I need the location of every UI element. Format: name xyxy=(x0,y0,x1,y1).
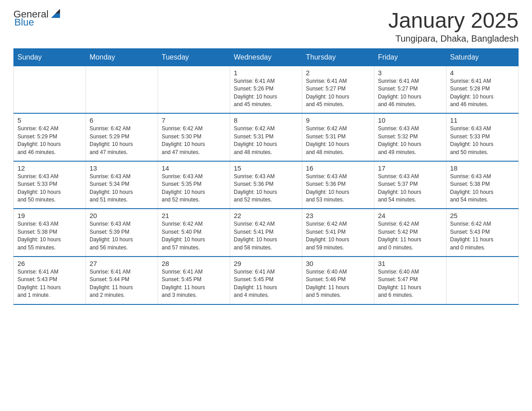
day-number: 15 xyxy=(234,164,298,172)
calendar-week-row: 1Sunrise: 6:41 AM Sunset: 5:26 PM Daylig… xyxy=(14,66,519,113)
calendar-day-9: 9Sunrise: 6:42 AM Sunset: 5:31 PM Daylig… xyxy=(302,113,374,161)
day-info: Sunrise: 6:43 AM Sunset: 5:35 PM Dayligh… xyxy=(162,173,226,204)
day-number: 28 xyxy=(162,260,226,267)
day-number: 18 xyxy=(450,164,515,172)
calendar-day-25: 25Sunrise: 6:42 AM Sunset: 5:43 PM Dayli… xyxy=(446,209,519,257)
day-info: Sunrise: 6:41 AM Sunset: 5:26 PM Dayligh… xyxy=(234,77,298,109)
weekday-header-thursday: Thursday xyxy=(302,48,374,66)
calendar-day-14: 14Sunrise: 6:43 AM Sunset: 5:35 PM Dayli… xyxy=(158,161,230,209)
weekday-header-friday: Friday xyxy=(374,48,446,66)
day-number: 23 xyxy=(306,212,370,219)
day-info: Sunrise: 6:40 AM Sunset: 5:46 PM Dayligh… xyxy=(306,268,370,300)
calendar-day-4: 4Sunrise: 6:41 AM Sunset: 5:28 PM Daylig… xyxy=(446,66,519,113)
day-number: 10 xyxy=(378,116,442,124)
day-number: 7 xyxy=(162,116,226,124)
calendar-day-24: 24Sunrise: 6:42 AM Sunset: 5:42 PM Dayli… xyxy=(374,209,446,257)
svg-marker-1 xyxy=(56,9,60,13)
day-info: Sunrise: 6:43 AM Sunset: 5:34 PM Dayligh… xyxy=(90,173,154,204)
day-info: Sunrise: 6:41 AM Sunset: 5:27 PM Dayligh… xyxy=(306,77,370,109)
calendar-empty-cell xyxy=(14,66,86,113)
day-info: Sunrise: 6:41 AM Sunset: 5:44 PM Dayligh… xyxy=(90,268,154,300)
calendar-day-30: 30Sunrise: 6:40 AM Sunset: 5:46 PM Dayli… xyxy=(302,257,374,304)
day-info: Sunrise: 6:43 AM Sunset: 5:33 PM Dayligh… xyxy=(17,173,82,204)
day-number: 17 xyxy=(378,164,442,172)
weekday-header-monday: Monday xyxy=(86,48,158,66)
day-number: 27 xyxy=(90,260,154,267)
calendar-empty-cell xyxy=(446,257,519,304)
day-info: Sunrise: 6:42 AM Sunset: 5:30 PM Dayligh… xyxy=(162,125,226,156)
day-info: Sunrise: 6:42 AM Sunset: 5:40 PM Dayligh… xyxy=(162,220,226,252)
calendar-week-row: 26Sunrise: 6:41 AM Sunset: 5:43 PM Dayli… xyxy=(14,257,519,304)
day-info: Sunrise: 6:40 AM Sunset: 5:47 PM Dayligh… xyxy=(378,268,442,300)
day-number: 2 xyxy=(306,69,370,77)
calendar-day-8: 8Sunrise: 6:42 AM Sunset: 5:31 PM Daylig… xyxy=(230,113,302,161)
day-info: Sunrise: 6:42 AM Sunset: 5:31 PM Dayligh… xyxy=(234,125,298,156)
day-number: 12 xyxy=(17,164,82,172)
day-info: Sunrise: 6:42 AM Sunset: 5:43 PM Dayligh… xyxy=(450,220,515,252)
calendar-day-18: 18Sunrise: 6:43 AM Sunset: 5:38 PM Dayli… xyxy=(446,161,519,209)
day-number: 20 xyxy=(90,212,154,219)
day-number: 24 xyxy=(378,212,442,219)
day-info: Sunrise: 6:43 AM Sunset: 5:39 PM Dayligh… xyxy=(90,220,154,252)
day-info: Sunrise: 6:43 AM Sunset: 5:38 PM Dayligh… xyxy=(450,173,515,204)
calendar-day-11: 11Sunrise: 6:43 AM Sunset: 5:33 PM Dayli… xyxy=(446,113,519,161)
day-number: 21 xyxy=(162,212,226,219)
calendar-day-17: 17Sunrise: 6:43 AM Sunset: 5:37 PM Dayli… xyxy=(374,161,446,209)
day-number: 9 xyxy=(306,116,370,124)
day-info: Sunrise: 6:41 AM Sunset: 5:28 PM Dayligh… xyxy=(450,77,515,109)
day-info: Sunrise: 6:42 AM Sunset: 5:42 PM Dayligh… xyxy=(378,220,442,252)
day-info: Sunrise: 6:43 AM Sunset: 5:38 PM Dayligh… xyxy=(17,220,82,252)
day-info: Sunrise: 6:43 AM Sunset: 5:32 PM Dayligh… xyxy=(378,125,442,156)
calendar-day-29: 29Sunrise: 6:41 AM Sunset: 5:45 PM Dayli… xyxy=(230,257,302,304)
calendar-week-row: 12Sunrise: 6:43 AM Sunset: 5:33 PM Dayli… xyxy=(14,161,519,209)
calendar-header-row: SundayMondayTuesdayWednesdayThursdayFrid… xyxy=(14,48,519,66)
logo: General Blue xyxy=(13,9,62,28)
day-info: Sunrise: 6:41 AM Sunset: 5:45 PM Dayligh… xyxy=(234,268,298,300)
calendar-day-16: 16Sunrise: 6:43 AM Sunset: 5:36 PM Dayli… xyxy=(302,161,374,209)
day-number: 13 xyxy=(90,164,154,172)
day-number: 26 xyxy=(17,260,82,267)
weekday-header-saturday: Saturday xyxy=(446,48,519,66)
day-number: 3 xyxy=(378,69,442,77)
calendar-day-31: 31Sunrise: 6:40 AM Sunset: 5:47 PM Dayli… xyxy=(374,257,446,304)
calendar-day-15: 15Sunrise: 6:43 AM Sunset: 5:36 PM Dayli… xyxy=(230,161,302,209)
calendar-week-row: 5Sunrise: 6:42 AM Sunset: 5:29 PM Daylig… xyxy=(14,113,519,161)
weekday-header-tuesday: Tuesday xyxy=(158,48,230,66)
calendar-day-3: 3Sunrise: 6:41 AM Sunset: 5:27 PM Daylig… xyxy=(374,66,446,113)
calendar-day-13: 13Sunrise: 6:43 AM Sunset: 5:34 PM Dayli… xyxy=(86,161,158,209)
day-info: Sunrise: 6:42 AM Sunset: 5:41 PM Dayligh… xyxy=(306,220,370,252)
calendar-day-19: 19Sunrise: 6:43 AM Sunset: 5:38 PM Dayli… xyxy=(14,209,86,257)
day-number: 4 xyxy=(450,69,515,77)
day-info: Sunrise: 6:42 AM Sunset: 5:31 PM Dayligh… xyxy=(306,125,370,156)
calendar-table: SundayMondayTuesdayWednesdayThursdayFrid… xyxy=(13,48,519,305)
day-number: 5 xyxy=(17,116,82,124)
day-number: 29 xyxy=(234,260,298,267)
calendar-day-21: 21Sunrise: 6:42 AM Sunset: 5:40 PM Dayli… xyxy=(158,209,230,257)
month-title: January 2025 xyxy=(388,9,519,33)
day-number: 8 xyxy=(234,116,298,124)
calendar-day-12: 12Sunrise: 6:43 AM Sunset: 5:33 PM Dayli… xyxy=(14,161,86,209)
logo-triangle-icon xyxy=(49,7,62,20)
calendar-empty-cell xyxy=(86,66,158,113)
location-text: Tungipara, Dhaka, Bangladesh xyxy=(388,34,519,44)
calendar-day-7: 7Sunrise: 6:42 AM Sunset: 5:30 PM Daylig… xyxy=(158,113,230,161)
day-info: Sunrise: 6:43 AM Sunset: 5:33 PM Dayligh… xyxy=(450,125,515,156)
day-number: 31 xyxy=(378,260,442,267)
calendar-day-23: 23Sunrise: 6:42 AM Sunset: 5:41 PM Dayli… xyxy=(302,209,374,257)
calendar-day-28: 28Sunrise: 6:41 AM Sunset: 5:45 PM Dayli… xyxy=(158,257,230,304)
calendar-day-26: 26Sunrise: 6:41 AM Sunset: 5:43 PM Dayli… xyxy=(14,257,86,304)
calendar-day-2: 2Sunrise: 6:41 AM Sunset: 5:27 PM Daylig… xyxy=(302,66,374,113)
day-number: 25 xyxy=(450,212,515,219)
day-info: Sunrise: 6:42 AM Sunset: 5:29 PM Dayligh… xyxy=(17,125,82,156)
calendar-day-22: 22Sunrise: 6:42 AM Sunset: 5:41 PM Dayli… xyxy=(230,209,302,257)
day-number: 22 xyxy=(234,212,298,219)
calendar-day-27: 27Sunrise: 6:41 AM Sunset: 5:44 PM Dayli… xyxy=(86,257,158,304)
calendar-empty-cell xyxy=(158,66,230,113)
day-info: Sunrise: 6:42 AM Sunset: 5:29 PM Dayligh… xyxy=(90,125,154,156)
day-number: 19 xyxy=(17,212,82,219)
day-info: Sunrise: 6:41 AM Sunset: 5:27 PM Dayligh… xyxy=(378,77,442,109)
calendar-day-20: 20Sunrise: 6:43 AM Sunset: 5:39 PM Dayli… xyxy=(86,209,158,257)
day-info: Sunrise: 6:41 AM Sunset: 5:43 PM Dayligh… xyxy=(17,268,82,300)
day-info: Sunrise: 6:43 AM Sunset: 5:36 PM Dayligh… xyxy=(306,173,370,204)
day-number: 6 xyxy=(90,116,154,124)
